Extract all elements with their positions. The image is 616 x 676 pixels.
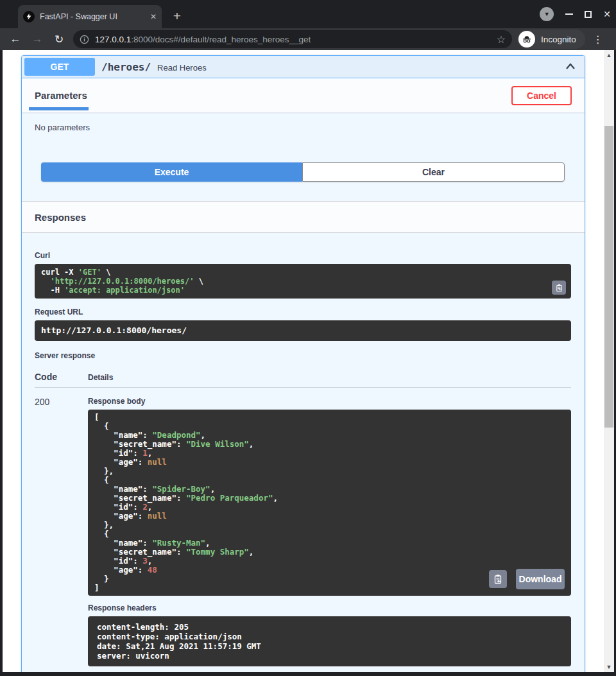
address-bar[interactable]: 127.0.0.1:8000/docs#/default/read_heroes…: [73, 30, 512, 48]
response-body-json: [ { "name": "Deadpond", "secret_name": "…: [94, 413, 565, 593]
response-table-header: Code Details: [35, 372, 571, 388]
browser-tab[interactable]: FastAPI - Swagger UI ✕: [18, 5, 162, 28]
browser-window: FastAPI - Swagger UI ✕ + ▼ ✕ ← → ↻ 127.0…: [0, 0, 616, 676]
reload-button[interactable]: ↻: [53, 33, 65, 46]
curl-command-block: curl -X 'GET' \ 'http://127.0.0.1:8000/h…: [35, 264, 571, 299]
close-window-button[interactable]: ✕: [603, 9, 611, 19]
opblock-get-heroes: GET /heroes/ Read Heroes Parameters Canc…: [21, 55, 585, 672]
responses-header: Responses: [22, 201, 585, 233]
incognito-badge: Incognito: [517, 30, 585, 49]
parameters-header: Parameters Cancel: [22, 78, 585, 112]
page-scrollbar[interactable]: ▲ ▼: [604, 50, 614, 672]
browser-menu-icon[interactable]: ⋮: [593, 33, 603, 46]
endpoint-summary: Read Heroes: [157, 62, 564, 73]
browser-titlebar: FastAPI - Swagger UI ✕ + ▼ ✕: [0, 0, 616, 28]
clear-button[interactable]: Clear: [302, 162, 565, 182]
cancel-button[interactable]: Cancel: [511, 86, 572, 105]
fastapi-favicon-icon: [23, 11, 35, 22]
response-headers-text: content-length: 205 content-type: applic…: [97, 622, 562, 661]
responses-heading: Responses: [35, 212, 86, 223]
minimize-button[interactable]: [565, 13, 573, 15]
response-headers-label: Response headers: [88, 603, 571, 612]
code-column-header: Code: [35, 372, 88, 382]
no-parameters-text: No parameters: [22, 112, 585, 132]
execute-button[interactable]: Execute: [41, 162, 302, 182]
parameters-tab-underline: [29, 107, 89, 110]
bookmark-star-icon[interactable]: ☆: [497, 33, 506, 46]
download-button[interactable]: Download: [516, 569, 565, 589]
response-body-block: [ { "name": "Deadpond", "secret_name": "…: [88, 410, 571, 596]
server-response-label: Server response: [35, 351, 571, 360]
tab-search-button[interactable]: ▼: [540, 7, 554, 21]
response-row-200: 200 Response body [ { "name": "Deadpond"…: [35, 397, 571, 666]
scroll-up-icon[interactable]: ▲: [604, 52, 614, 58]
copy-curl-button[interactable]: [552, 281, 566, 295]
opblock-summary[interactable]: GET /heroes/ Read Heroes: [22, 56, 585, 78]
scroll-down-icon[interactable]: ▼: [604, 664, 614, 670]
swagger-page: GET /heroes/ Read Heroes Parameters Canc…: [3, 50, 604, 672]
scrollbar-thumb[interactable]: [604, 126, 613, 428]
request-url-value: http://127.0.0.1:8000/heroes/: [35, 320, 571, 341]
responses-body: Curl curl -X 'GET' \ 'http://127.0.0.1:8…: [22, 251, 585, 672]
curl-command-code: curl -X 'GET' \ 'http://127.0.0.1:8000/h…: [41, 268, 565, 295]
site-info-icon[interactable]: [80, 35, 89, 44]
tab-title: FastAPI - Swagger UI: [40, 12, 146, 21]
method-badge: GET: [24, 58, 95, 76]
url-text: 127.0.0.1:8000/docs#/default/read_heroes…: [95, 35, 492, 44]
collapse-chevron-icon[interactable]: [564, 60, 577, 73]
response-body-label: Response body: [88, 397, 571, 406]
copy-response-button[interactable]: [489, 570, 507, 588]
response-headers-block: content-length: 205 content-type: applic…: [88, 616, 571, 666]
tab-close-icon[interactable]: ✕: [150, 12, 157, 21]
back-button[interactable]: ←: [9, 33, 22, 46]
new-tab-button[interactable]: +: [168, 8, 186, 26]
execute-row: Execute Clear: [41, 162, 565, 182]
status-code: 200: [35, 397, 88, 666]
incognito-icon: [518, 31, 535, 48]
endpoint-path: /heroes/: [101, 61, 151, 73]
browser-toolbar: ← → ↻ 127.0.0.1:8000/docs#/default/read_…: [0, 28, 616, 50]
curl-label: Curl: [35, 251, 571, 260]
tab-parameters[interactable]: Parameters: [35, 90, 87, 101]
forward-button[interactable]: →: [31, 33, 44, 46]
details-column-header: Details: [88, 373, 113, 382]
incognito-label: Incognito: [541, 35, 576, 44]
maximize-button[interactable]: [585, 11, 592, 18]
request-url-label: Request URL: [35, 308, 571, 316]
